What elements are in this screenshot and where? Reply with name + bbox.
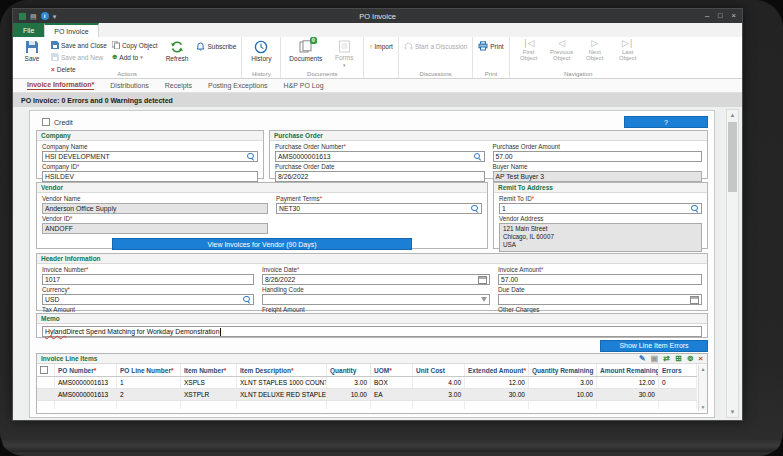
vendor-group-title: Vendor [41,184,63,192]
col-po-number[interactable]: PO Number* [55,364,117,376]
last-object-button[interactable]: ▷∣ Last Object [614,39,642,62]
last-object-icon: ▷∣ [622,39,633,48]
col-errors[interactable]: Errors [659,364,697,376]
ribbon-group-navigation: ∣◁ First Object ◁ Previous Object ▷ Next… [510,37,647,78]
col-quantity-remaining[interactable]: Quantity Remaining [529,364,597,376]
refresh-button[interactable]: Refresh [163,39,192,63]
scroll-down-icon[interactable]: ▼ [701,404,706,410]
company-id-label: Company ID* [42,163,258,170]
documents-icon: 0 [299,40,313,54]
main-scrollbar[interactable]: ▲ ▼ [726,109,739,418]
company-name-search-icon[interactable] [247,153,255,161]
first-object-button[interactable]: ∣◁ First Object [515,39,543,62]
headset-icon [404,42,413,51]
col-extended-amount[interactable]: Extended Amount* [465,364,529,376]
invoice-date-field[interactable]: 8/26/2022 [262,274,490,285]
line-items-group-title: Invoice Line Items [41,355,97,363]
payment-terms-search-icon[interactable] [471,205,479,213]
scrollbar-down-icon[interactable]: ▼ [727,407,738,417]
invoice-number-field[interactable]: 1017 [42,274,254,285]
col-quantity[interactable]: Quantity [327,364,371,376]
po-number-search-icon[interactable] [474,153,482,161]
close-button[interactable]: × [732,12,736,20]
remit-to-id-label: Remit To ID* [499,195,702,202]
forms-button[interactable]: Forms ▾ [330,39,358,69]
due-date-calendar-icon[interactable] [690,296,699,304]
company-name-field[interactable]: HSI DEVELOPMENT [42,151,258,162]
history-button[interactable]: History [247,39,275,63]
previous-object-button[interactable]: ◁ Previous Object [548,39,576,62]
po-amount-label: Purchase Order Amount [493,143,703,150]
tab-invoice-information[interactable]: Invoice Information* [27,81,94,90]
documents-button[interactable]: 0 Documents [286,39,325,63]
previous-object-icon: ◁ [558,39,565,48]
col-amount-remaining[interactable]: Amount Remaining [597,364,659,376]
select-all-checkbox[interactable] [40,366,48,374]
file-tab[interactable]: File [13,23,44,37]
memo-group: Memo Hyland Direct Spend Matching for Wo… [36,313,708,338]
col-item-description[interactable]: Item Description* [237,364,327,376]
po-number-field[interactable]: AMS0000001613 [275,151,485,162]
remit-to-id-field[interactable]: 1 [499,203,702,214]
documents-count-badge: 0 [310,37,317,44]
help-button[interactable]: ? [624,116,708,128]
title-bar: ▤ i ▾ PO Invoice – □ × [13,9,742,23]
table-row-empty [37,401,697,409]
validation-status-text: PO Invoice: 0 Errors and 0 Warnings dete… [21,97,173,104]
po-amount-field[interactable]: 57.00 [493,151,703,162]
memo-group-title: Memo [41,315,60,323]
line-items-header-row: PO Number* PO Line Number* Item Number* … [37,364,697,377]
ribbon-group-documents: 0 Documents Forms ▾ Documents [281,37,364,78]
scrollbar-up-icon[interactable]: ▲ [727,110,738,120]
freight-amount-label: Freight Amount [262,306,490,313]
payment-terms-field[interactable]: NET30 [276,203,482,214]
due-date-field[interactable] [498,294,702,305]
save-and-new-button[interactable]: Save and New [51,52,107,62]
add-row-icon[interactable]: ⊞ [675,355,682,363]
start-discussion-button[interactable]: Start a Discussion [404,41,467,51]
credit-checkbox[interactable] [42,118,50,126]
scrollbar-thumb[interactable] [728,122,737,192]
next-object-button[interactable]: ▷ Next Object [581,39,609,62]
tab-po-invoice[interactable]: PO Invoice [44,23,98,37]
col-item-number[interactable]: Item Number* [181,364,237,376]
save-and-close-icon [51,41,59,49]
edit-row-icon[interactable]: ✎ [639,355,646,363]
handling-code-field[interactable] [262,294,490,305]
currency-search-icon[interactable] [243,296,251,304]
restore-button[interactable]: □ [718,12,723,20]
import-button[interactable]: ↑ Import [369,41,393,51]
invoice-date-calendar-icon[interactable] [478,276,487,284]
print-button[interactable]: Print [478,41,503,51]
table-scrollbar[interactable]: ▲ ▼ [698,365,707,411]
add-to-button[interactable]: ⊕ Add to ▾ [112,52,158,62]
credit-checkbox-row: Credit [42,118,73,126]
minimize-button[interactable]: – [705,12,709,20]
tab-posting-exceptions[interactable]: Posting Exceptions [208,82,268,89]
invoice-amount-field[interactable]: 57.00 [498,274,702,285]
currency-field[interactable]: USD [42,294,254,305]
copy-row-icon[interactable]: ▣ [651,355,659,363]
show-line-item-errors-button[interactable]: Show Line Item Errors [600,340,708,352]
tab-hp-po-log[interactable]: H&P PO Log [284,82,324,89]
table-row[interactable]: AMS0000001613 2 XSTPLR XLNT DELUXE RED S… [37,389,697,401]
save-button[interactable]: Save [18,39,46,63]
select-row-icon[interactable]: ⊚ [687,355,694,363]
copy-object-button[interactable]: Copy Object [112,40,158,50]
table-row[interactable]: AMS0000001613 1 XSPLS XLNT STAPLES 1000 … [37,377,697,389]
subscribe-button[interactable]: Subscribe [196,41,236,51]
col-po-line-number[interactable]: PO Line Number* [117,364,181,376]
remit-to-id-search-icon[interactable] [691,205,699,213]
col-unit-cost[interactable]: Unit Cost [413,364,465,376]
save-and-new-icon [51,53,59,61]
delete-row-icon[interactable]: × [698,355,703,363]
memo-field[interactable]: Hyland Direct Spend Matching for Workday… [42,326,702,337]
tab-distributions[interactable]: Distributions [110,82,149,89]
col-uom[interactable]: UOM* [371,364,413,376]
handling-code-filter-icon[interactable] [481,297,487,302]
sync-rows-icon[interactable]: ⇄ [663,355,670,363]
text-cursor [220,328,221,336]
tab-receipts[interactable]: Receipts [165,82,192,89]
scroll-up-icon[interactable]: ▲ [701,366,706,372]
save-and-close-button[interactable]: Save and Close [51,40,107,50]
